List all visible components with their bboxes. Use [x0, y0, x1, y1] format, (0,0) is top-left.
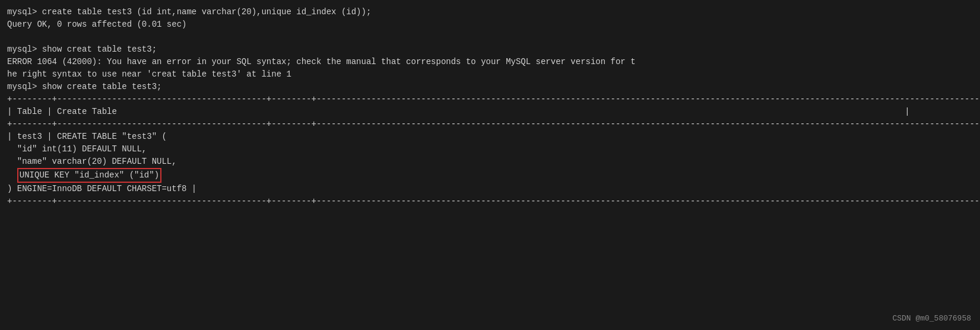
command-line-2: mysql> show creat table test3;: [7, 43, 973, 56]
table-data-2: "id" int(11) DEFAULT NULL,: [7, 143, 973, 156]
divider-line-2: +--------+------------------------------…: [7, 118, 973, 131]
query-ok-line: Query OK, 0 rows affected (0.01 sec): [7, 18, 973, 31]
table-data-3: "name" varchar(20) DEFAULT NULL,: [7, 156, 973, 168]
command-line-1: mysql> create table test3 (id int,name v…: [7, 6, 973, 18]
table-header: | Table | Create Table |: [7, 106, 973, 118]
unique-key-box: UNIQUE KEY "id_index" ("id"): [17, 168, 161, 183]
table-data-1: | test3 | CREATE TABLE "test3" (: [7, 131, 973, 143]
divider-line-3: +--------+------------------------------…: [7, 195, 973, 208]
watermark: CSDN @m0_58076958: [892, 313, 971, 325]
error-line-2: he right syntax to use near 'creat table…: [7, 68, 973, 81]
table-data-4-highlighted: UNIQUE KEY "id_index" ("id"): [7, 168, 973, 183]
command-line-3: mysql> show create table test3;: [7, 81, 973, 93]
divider-line-1: +--------+------------------------------…: [7, 93, 973, 106]
empty-line-1: [7, 31, 973, 43]
error-line-1: ERROR 1064 (42000): You have an error in…: [7, 56, 973, 68]
table-data-5: ) ENGINE=InnoDB DEFAULT CHARSET=utf8 |: [7, 183, 973, 195]
empty-line-2: [7, 208, 973, 220]
terminal-window: mysql> create table test3 (id int,name v…: [0, 0, 980, 330]
